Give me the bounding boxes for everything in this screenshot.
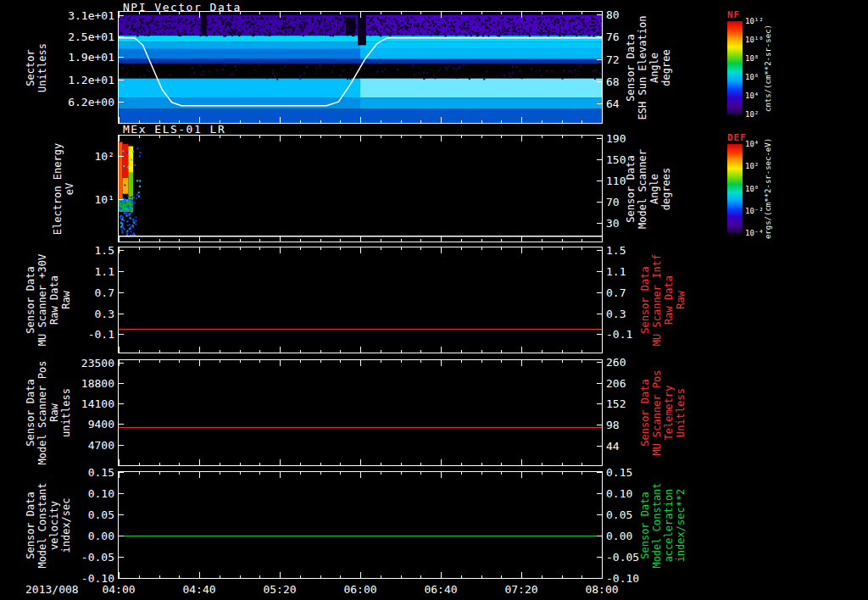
nf-colorbar-title: NF bbox=[727, 9, 740, 20]
y-tick-label-right: 0.3 bbox=[606, 308, 626, 320]
y-tick-label-right: 68 bbox=[606, 75, 620, 88]
def-colorbar-tick-label: 10⁻² bbox=[745, 207, 764, 215]
y-tick-label-right: 76 bbox=[606, 31, 620, 43]
x-tick-label: 08:00 bbox=[572, 583, 632, 596]
y-tick-label-right: -0.05 bbox=[606, 551, 639, 564]
model-constant-velocity-plot-canvas bbox=[119, 472, 602, 578]
nf-colorbar-tick-label: 10² bbox=[745, 110, 759, 119]
nf-colorbar bbox=[727, 21, 743, 114]
x-tick-label: 06:40 bbox=[411, 583, 470, 596]
nf-colorbar-tick-label: 10¹² bbox=[745, 17, 764, 25]
y-tick-label-right: 110 bbox=[606, 175, 626, 187]
y-tick-label-right: 0.15 bbox=[606, 466, 632, 479]
def-colorbar-tick-label: 10⁻⁴ bbox=[745, 229, 764, 237]
model-scanner-pos-plot-canvas bbox=[119, 360, 602, 465]
nf-colorbar-tick-label: 10⁶ bbox=[745, 73, 759, 81]
nf-colorbar-tick-label: 10¹⁰ bbox=[745, 36, 764, 44]
x-tick-label: 04:40 bbox=[170, 583, 229, 596]
def-colorbar-unit-label: ergs/(cm**2-sr-sec-eV) bbox=[764, 62, 773, 316]
x-tick-label: 06:00 bbox=[331, 583, 390, 596]
y-tick-label-right: 0.10 bbox=[606, 487, 632, 500]
def-colorbar-tick-label: 10² bbox=[745, 162, 759, 170]
y-tick-label-right: 64 bbox=[606, 97, 620, 110]
y-tick-label-right: 260 bbox=[606, 356, 626, 369]
def-colorbar-tick-label: 10⁴ bbox=[745, 140, 759, 148]
y-tick-label-left: 3.1e+01 bbox=[47, 9, 114, 22]
npi-vector-data-plot-canvas bbox=[119, 12, 602, 123]
y-tick-label-left: 2.5e+01 bbox=[47, 31, 114, 43]
y-tick-label-right: 44 bbox=[606, 440, 620, 453]
def-colorbar bbox=[727, 144, 743, 233]
y-tick-label-right: 98 bbox=[606, 419, 620, 431]
y-tick-label-right: 190 bbox=[606, 132, 626, 145]
panel2-title: MEx ELS-01 LR bbox=[123, 123, 225, 136]
y-tick-label-right: 70 bbox=[606, 196, 620, 208]
x-tick-label: 05:20 bbox=[250, 583, 309, 596]
x-tick-label: 04:00 bbox=[89, 583, 148, 596]
y-tick-label-right: 0.7 bbox=[606, 286, 626, 299]
mu-scanner-raw-plot-canvas bbox=[119, 247, 602, 353]
def-colorbar-tick-label: 10⁰ bbox=[745, 185, 759, 193]
y-tick-label-right: 1.1 bbox=[606, 265, 626, 278]
screenshot-root: NPI Vector Data MEx ELS-01 LR 2013/008 3… bbox=[0, 0, 868, 600]
y-tick-label-right: 152 bbox=[606, 397, 626, 410]
y-tick-label-right: 0.05 bbox=[606, 508, 632, 521]
y-tick-label-right: -0.1 bbox=[606, 328, 632, 341]
y-tick-label-right: 206 bbox=[606, 377, 626, 390]
y-tick-label-right: 0.00 bbox=[606, 530, 632, 542]
y-axis-label-left: Sensor Data Model Constant velocity inde… bbox=[25, 398, 72, 600]
y-tick-label-right: 30 bbox=[606, 217, 620, 230]
y-axis-label-left: Sector Unitless bbox=[25, 0, 48, 195]
x-tick-label: 07:20 bbox=[492, 583, 551, 596]
y-tick-label-right: 72 bbox=[606, 53, 620, 66]
mex-els-plot-canvas bbox=[119, 136, 602, 242]
y-tick-label-right: 80 bbox=[606, 8, 620, 21]
nf-colorbar-tick-label: 10⁴ bbox=[745, 92, 759, 100]
y-tick-label-right: 1.5 bbox=[606, 244, 626, 257]
nf-colorbar-tick-label: 10⁸ bbox=[745, 54, 759, 63]
def-colorbar-title: DEF bbox=[727, 132, 747, 143]
y-axis-label-right: Sensor Data Model Constant acceleration … bbox=[639, 398, 687, 600]
y-tick-label-right: 150 bbox=[606, 153, 626, 166]
